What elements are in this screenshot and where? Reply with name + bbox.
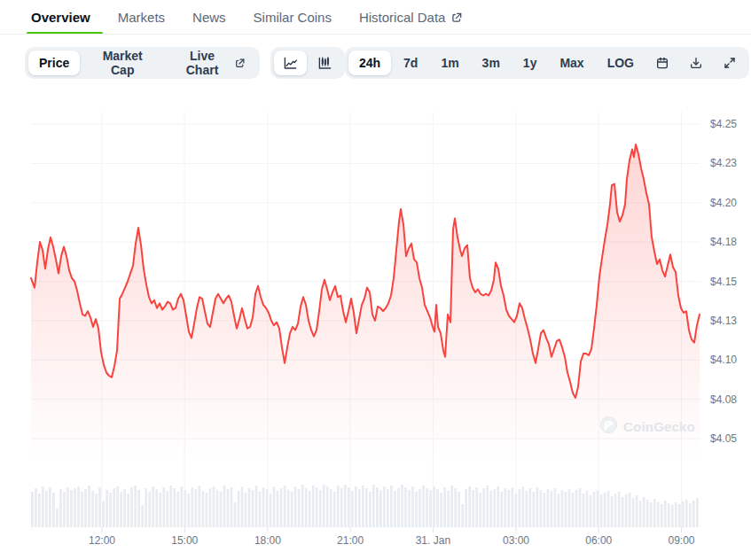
x-axis-label: 03:00 [488,534,544,547]
coingecko-watermark-label: CoinGecko [623,419,695,434]
x-axis-label: 31. Jan [404,534,461,547]
y-axis-label: $4.08 [710,393,751,406]
x-axis-label: 09:00 [653,534,709,547]
y-axis-label: $4.25 [710,118,751,130]
y-axis-label: $4.23 [710,157,751,169]
x-axis-label: 12:00 [74,534,130,547]
y-axis-label: $4.20 [710,197,751,209]
y-axis-label: $4.05 [710,432,751,445]
x-axis-label: 06:00 [570,534,627,547]
x-axis-label: 21:00 [322,534,379,547]
x-axis-label: 18:00 [239,534,296,547]
price-area-fill [31,144,700,461]
y-axis-label: $4.13 [710,315,751,327]
volume-bars [31,485,699,527]
y-axis-label: $4.10 [710,354,751,366]
price-chart[interactable]: $4.25$4.23$4.20$4.18$4.15$4.13$4.10$4.08… [0,89,751,560]
coin-chart-page: Overview Markets News Similar Coins Hist… [0,0,751,560]
coingecko-logo-icon [599,416,618,437]
coingecko-watermark: CoinGecko [599,416,695,437]
y-axis-label: $4.15 [710,276,751,288]
x-axis-label: 15:00 [156,534,213,547]
y-axis-label: $4.18 [710,236,751,248]
x-axis-ticks [102,527,681,533]
price-chart-canvas [0,0,751,560]
